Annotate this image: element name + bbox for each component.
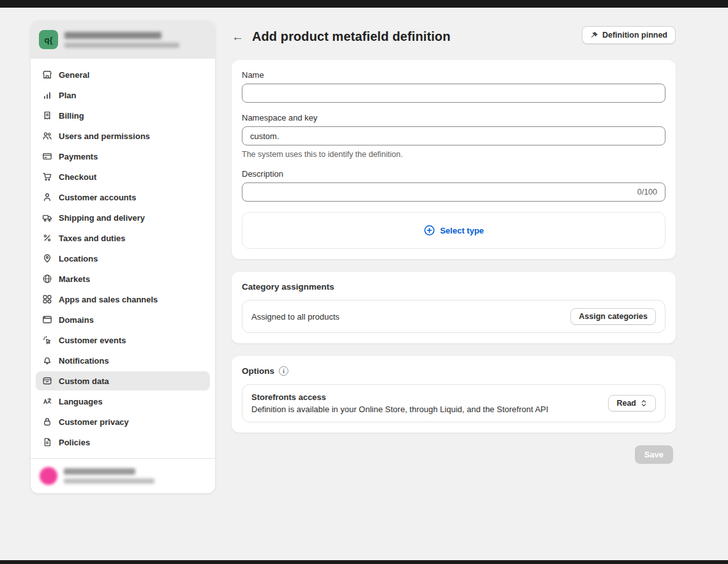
cursor-click-icon [42, 335, 52, 345]
sidebar-item-label: Billing [59, 111, 84, 121]
storefronts-access-text: Storefronts access Definition is availab… [251, 392, 548, 414]
top-black-bar [0, 0, 728, 8]
main-content: ← Add product metafield definition Defin… [232, 26, 676, 464]
sidebar-item-markets[interactable]: Markets [36, 269, 210, 288]
save-button[interactable]: Save [635, 445, 673, 464]
store-identity [64, 32, 179, 48]
options-section-title: Options [242, 366, 274, 376]
sidebar-item-label: Users and permissions [59, 131, 150, 141]
namespace-help-text: The system uses this to identify the def… [242, 150, 665, 159]
sidebar-item-payments[interactable]: Payments [36, 147, 210, 166]
storefronts-access-select-value: Read [616, 399, 636, 408]
browser-icon [42, 315, 52, 325]
name-input[interactable] [242, 84, 665, 103]
percent-icon [42, 233, 52, 243]
namespace-field-group: Namespace and key The system uses this t… [242, 113, 665, 159]
pinned-button-label: Definition pinned [602, 31, 667, 40]
location-pin-icon [42, 253, 52, 263]
payments-card-icon [42, 151, 52, 161]
users-icon [42, 131, 52, 141]
person-icon [42, 192, 52, 202]
cart-icon [42, 172, 52, 182]
info-icon[interactable]: i [279, 366, 288, 376]
storefronts-access-description: Definition is available in your Online S… [251, 404, 548, 414]
sidebar-item-label: Markets [59, 274, 90, 284]
sidebar-item-customer-events[interactable]: Customer events [36, 330, 210, 350]
sidebar-item-general[interactable]: General [36, 65, 210, 84]
apps-grid-icon [42, 294, 52, 304]
sidebar-item-billing[interactable]: Billing [36, 106, 210, 125]
store-name-redacted [64, 32, 161, 39]
name-field-group: Name [242, 70, 665, 103]
sidebar-item-label: Shipping and delivery [59, 213, 145, 223]
pin-icon [590, 31, 598, 40]
settings-nav-list: General Plan Billing Users and permissio… [31, 59, 215, 458]
sidebar-item-plan[interactable]: Plan [36, 85, 210, 105]
sidebar-item-policies[interactable]: Policies [36, 433, 210, 452]
settings-sidebar: q{ General Plan Billing [31, 20, 215, 493]
chevron-updown-icon [640, 399, 648, 408]
sidebar-item-users-permissions[interactable]: Users and permissions [36, 126, 210, 145]
definition-form-card: Name Namespace and key The system uses t… [232, 60, 676, 259]
sidebar-item-customer-privacy[interactable]: Customer privacy [36, 412, 210, 431]
receipt-icon [42, 110, 52, 121]
store-avatar: q{ [39, 30, 58, 49]
storefronts-access-select[interactable]: Read [608, 395, 656, 412]
sidebar-item-shipping-delivery[interactable]: Shipping and delivery [36, 208, 210, 227]
truck-icon [42, 212, 52, 223]
bell-icon [42, 355, 52, 366]
storefronts-access-title: Storefronts access [251, 392, 548, 402]
store-domain-redacted [64, 43, 179, 48]
sidebar-item-label: Apps and sales channels [59, 295, 158, 304]
sidebar-item-label: Checkout [59, 172, 96, 182]
sidebar-item-checkout[interactable]: Checkout [36, 167, 210, 186]
namespace-key-input[interactable] [242, 126, 665, 145]
store-header[interactable]: q{ [31, 20, 215, 59]
select-type-label: Select type [440, 226, 484, 235]
user-footer[interactable] [31, 458, 215, 493]
back-arrow-icon[interactable]: ← [232, 31, 244, 43]
name-label: Name [242, 70, 665, 80]
description-input-inner[interactable] [250, 188, 637, 197]
plus-circle-icon [424, 225, 435, 236]
user-name-redacted [64, 468, 135, 475]
sidebar-item-custom-data[interactable]: Custom data [36, 371, 210, 390]
category-assignments-card: Category assignments Assigned to all pro… [232, 272, 676, 343]
select-type-button[interactable]: Select type [242, 212, 665, 249]
sidebar-item-languages[interactable]: Languages [36, 392, 210, 411]
assign-categories-button[interactable]: Assign categories [570, 308, 656, 325]
sidebar-item-locations[interactable]: Locations [36, 249, 210, 268]
sidebar-item-label: Customer events [59, 336, 126, 345]
sidebar-item-label: Taxes and duties [59, 234, 126, 243]
user-avatar-pink [40, 467, 57, 485]
sidebar-item-taxes-duties[interactable]: Taxes and duties [36, 228, 210, 248]
category-assignment-row: Assigned to all products Assign categori… [242, 300, 665, 333]
custom-data-icon [42, 376, 52, 386]
sidebar-item-domains[interactable]: Domains [36, 310, 210, 329]
sidebar-item-label: Customer accounts [59, 193, 136, 202]
save-row: Save [232, 445, 676, 464]
bottom-black-bar [0, 560, 728, 564]
store-icon [42, 70, 52, 80]
sidebar-item-label: Payments [59, 152, 98, 161]
policy-doc-icon [42, 437, 52, 447]
storefronts-access-row: Storefronts access Definition is availab… [242, 384, 665, 422]
user-identity [64, 468, 154, 484]
plan-bars-icon [42, 90, 52, 100]
description-input[interactable]: 0/100 [242, 182, 665, 202]
page-header: ← Add product metafield definition Defin… [232, 26, 676, 47]
sidebar-item-label: Policies [59, 438, 90, 447]
definition-pinned-button[interactable]: Definition pinned [582, 26, 676, 44]
sidebar-item-customer-accounts[interactable]: Customer accounts [36, 188, 210, 207]
sidebar-item-label: Plan [59, 91, 76, 100]
description-label: Description [242, 169, 665, 179]
sidebar-item-label: General [59, 70, 89, 80]
page-title: Add product metafield definition [252, 29, 450, 44]
category-section-title: Category assignments [242, 282, 665, 292]
sidebar-item-apps-sales-channels[interactable]: Apps and sales channels [36, 290, 210, 309]
category-status-text: Assigned to all products [251, 312, 339, 322]
lock-icon [42, 417, 52, 427]
char-counter: 0/100 [637, 188, 657, 197]
sidebar-item-notifications[interactable]: Notifications [36, 351, 210, 370]
translate-icon [42, 396, 52, 406]
